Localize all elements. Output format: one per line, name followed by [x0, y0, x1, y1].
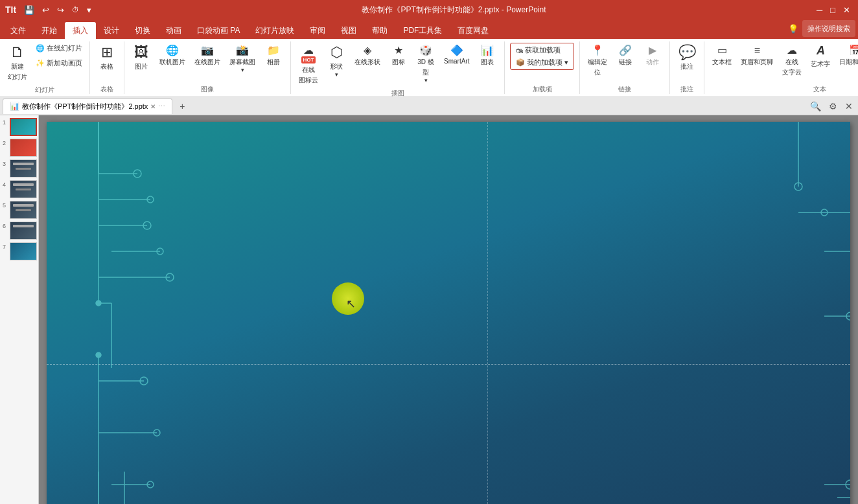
tab-insert[interactable]: 插入: [65, 22, 96, 39]
redo-button[interactable]: ↪: [54, 4, 67, 16]
slide-thumb-2[interactable]: 2: [3, 139, 36, 157]
album-button[interactable]: 📁 相册: [261, 41, 286, 69]
slide-preview-4[interactable]: [10, 180, 37, 198]
slide-preview-1[interactable]: [10, 118, 37, 136]
slide-canvas[interactable]: ↖: [47, 122, 850, 504]
table-button[interactable]: ⊞ 表格: [94, 41, 120, 74]
get-addins-button[interactable]: 🛍 获取加载项: [513, 45, 571, 56]
slide-thumb-1[interactable]: 1: [3, 118, 36, 136]
online-image-button[interactable]: 📷 在线图片: [191, 41, 224, 69]
tab-file[interactable]: 文件: [3, 22, 34, 39]
album-icon: 📁: [267, 44, 280, 56]
slide-preview-7[interactable]: [10, 242, 37, 260]
settings-doc-button[interactable]: ⚙: [826, 100, 840, 113]
auto-save-button[interactable]: ⏱: [69, 5, 82, 15]
slide-thumb-3[interactable]: 3: [3, 159, 36, 178]
ribbon-toolbar: 🗋 新建 幻灯片 🌐 在线幻灯片 ✨ 新加动画页 幻灯片 ⊞ 表格: [0, 39, 858, 97]
ribbon-tab-bar: 文件 开始 插入 设计 切换 动画 口袋动画 PA 幻灯片放映 审阅 视图 帮助…: [0, 19, 858, 39]
action-button[interactable]: ▶ 动作: [640, 41, 666, 69]
slide-thumb-6[interactable]: 6: [3, 222, 36, 240]
new-tab-button[interactable]: +: [175, 99, 189, 113]
link-button[interactable]: 🔗 链接: [612, 41, 638, 69]
slide-preview-6[interactable]: [10, 222, 37, 240]
tab-search[interactable]: 操作说明搜索: [802, 20, 855, 37]
tab-pdf[interactable]: PDF工具集: [395, 22, 450, 39]
svg-point-15: [140, 377, 148, 385]
picture-button[interactable]: 🖼 图片: [128, 41, 154, 74]
customize-button[interactable]: ▾: [84, 4, 94, 16]
chart-button[interactable]: 📊 图表: [474, 41, 500, 69]
ribbon-group-slides-items: 🗋 新建 幻灯片 🌐 在线幻灯片 ✨ 新加动画页: [4, 41, 86, 84]
online-picture-button[interactable]: 🌐 联机图片: [156, 41, 189, 69]
doc-tab-toolbar: 🔍 ⚙ ✕: [807, 100, 855, 113]
online-slide-button[interactable]: 🌐 在线幻灯片: [32, 41, 86, 55]
ribbon-group-table-label: 表格: [100, 84, 113, 94]
svg-point-6: [143, 222, 151, 229]
online-icon-icon: ☁: [301, 44, 316, 56]
slide-preview-2[interactable]: [10, 139, 37, 157]
main-area: 1 2 3 4 5: [0, 115, 858, 504]
ribbon-group-table-items: ⊞ 表格: [94, 41, 120, 84]
wordcloud-button[interactable]: ☁ 在线 文字云: [778, 41, 806, 80]
tab-animation[interactable]: 动画: [158, 22, 189, 39]
new-slide-label: 新建: [11, 62, 24, 71]
tab-design[interactable]: 设计: [96, 22, 127, 39]
canvas-area[interactable]: ↖: [39, 115, 858, 504]
tab-pa[interactable]: 口袋动画 PA: [189, 22, 248, 39]
slide-thumb-7[interactable]: 7: [3, 242, 36, 260]
header-footer-button[interactable]: ≡ 页眉和页脚: [737, 41, 777, 69]
close-button[interactable]: ✕: [841, 4, 853, 16]
header-footer-icon: ≡: [754, 44, 760, 56]
tab-slideshow[interactable]: 幻灯片放映: [248, 22, 302, 39]
svg-point-8: [157, 248, 163, 255]
search-doc-button[interactable]: 🔍: [807, 100, 824, 113]
tab-review[interactable]: 审阅: [302, 22, 333, 39]
datetime-button[interactable]: 📅 日期和时间: [835, 41, 858, 69]
icon-button[interactable]: ★ 图标: [386, 41, 412, 69]
edit-position-button[interactable]: 📍 编辑定 位: [584, 41, 611, 80]
ribbon-group-image-items: 🖼 图片 🌐 联机图片 📷 在线图片 📸 屏幕截图 ▾ 📁 相册: [128, 41, 286, 84]
svg-point-29: [794, 183, 802, 190]
wordart-button[interactable]: A 艺术字: [807, 41, 834, 71]
tab-transition[interactable]: 切换: [127, 22, 158, 39]
undo-button[interactable]: ↩: [40, 4, 52, 16]
online-icon-button[interactable]: ☁ HOT 在线 图标云: [295, 41, 322, 87]
my-addins-button[interactable]: 📦 我的加载项 ▾: [513, 57, 571, 68]
table-icon: ⊞: [101, 44, 113, 61]
edit-position-label2: 位: [594, 68, 601, 77]
slide-num-2: 2: [3, 140, 8, 146]
shape-button[interactable]: ⬡ 形状 ▾: [323, 41, 349, 80]
doc-tab-bar: 📊 教你制作《PPT制作倒计时功能》2.pptx ✕ ⋯ + 🔍 ⚙ ✕: [0, 97, 858, 115]
save-button[interactable]: 💾: [21, 4, 37, 16]
tab-baidu[interactable]: 百度网盘: [450, 22, 496, 39]
textbox-button[interactable]: ▭ 文本框: [708, 41, 736, 69]
3d-icon: 🎲: [419, 44, 432, 56]
slide-thumb-4[interactable]: 4: [3, 180, 36, 198]
doc-tab-menu[interactable]: ⋯: [158, 102, 165, 111]
circuit-decoration: [47, 122, 850, 504]
icon-icon: ★: [394, 44, 403, 56]
smartart-button[interactable]: 🔷 SmartArt: [440, 41, 473, 67]
doc-tab-active[interactable]: 📊 教你制作《PPT制作倒计时功能》2.pptx ✕ ⋯: [3, 98, 172, 114]
tab-home[interactable]: 开始: [34, 22, 65, 39]
addins-container: 🛍 获取加载项 📦 我的加载项 ▾: [510, 43, 574, 70]
maximize-button[interactable]: □: [828, 4, 838, 16]
online-slide-icon: 🌐: [36, 44, 45, 52]
3d-button[interactable]: 🎲 3D 模 型 ▾: [413, 41, 439, 86]
tab-help[interactable]: 帮助: [364, 22, 395, 39]
svg-point-21: [147, 481, 154, 488]
slide-preview-3[interactable]: [10, 159, 37, 178]
new-slide-button[interactable]: 🗋 新建 幻灯片: [4, 41, 31, 84]
close-doc-button[interactable]: ✕: [842, 100, 855, 113]
new-anim-button[interactable]: ✨ 新加动画页: [32, 56, 86, 70]
doc-tab-close[interactable]: ✕: [150, 103, 156, 110]
new-slide-label2: 幻灯片: [8, 73, 27, 82]
slide-panel[interactable]: 1 2 3 4 5: [0, 115, 39, 504]
slide-preview-5[interactable]: [10, 201, 37, 219]
screenshot-button[interactable]: 📸 屏幕截图 ▾: [226, 41, 259, 76]
minimize-button[interactable]: ─: [814, 4, 825, 16]
tab-view[interactable]: 视图: [333, 22, 364, 39]
online-shape-button[interactable]: ◈ 在线形状: [351, 41, 384, 69]
slide-thumb-5[interactable]: 5: [3, 201, 36, 219]
comment-button[interactable]: 💬 批注: [674, 41, 700, 74]
